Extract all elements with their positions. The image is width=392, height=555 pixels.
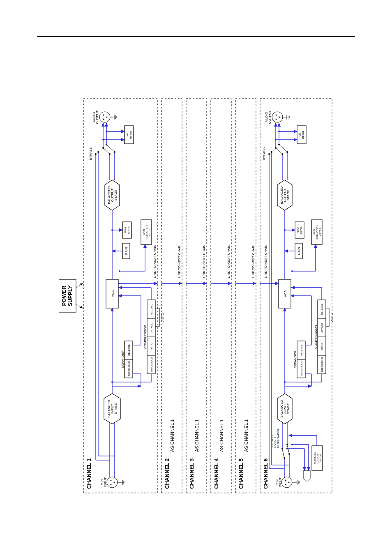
svg-text:THRESHOLD: THRESHOLD bbox=[300, 361, 303, 377]
svg-text:CHANNEL 3: CHANNEL 3 bbox=[189, 458, 195, 489]
svg-marker-169 bbox=[304, 470, 310, 481]
svg-text:EXPANDER: EXPANDER bbox=[293, 350, 297, 368]
svg-text:OUTPUT: OUTPUT bbox=[268, 110, 272, 124]
svg-point-48 bbox=[111, 381, 113, 383]
svg-point-107 bbox=[106, 131, 107, 132]
channel-3: CHANNEL 3 AS CHANNEL 1 LINK TO NEXT CHAI… bbox=[186, 99, 207, 493]
svg-point-237 bbox=[271, 151, 272, 153]
svg-text:REDUCTION: REDUCTION bbox=[316, 225, 318, 240]
svg-point-6 bbox=[107, 477, 118, 488]
svg-text:STAGE: STAGE bbox=[114, 190, 118, 201]
svg-text:PEAK: PEAK bbox=[124, 227, 127, 233]
svg-line-240 bbox=[279, 145, 286, 151]
svg-text:CHANNEL 2: CHANNEL 2 bbox=[164, 458, 170, 489]
svg-text:LINK TO NEXT CHAIN: LINK TO NEXT CHAIN bbox=[264, 244, 267, 278]
svg-text:FILTER SWITCH: FILTER SWITCH bbox=[277, 429, 279, 448]
svg-point-198 bbox=[284, 381, 286, 383]
svg-text:AS CHANNEL 1: AS CHANNEL 1 bbox=[194, 419, 199, 452]
svg-point-132 bbox=[281, 477, 292, 488]
svg-point-244 bbox=[276, 119, 277, 120]
gain-block: GAIN bbox=[112, 243, 130, 259]
svg-text:LINK TO NEXT CHAIN: LINK TO NEXT CHAIN bbox=[178, 244, 181, 278]
svg-text:VCA: VCA bbox=[111, 290, 115, 297]
svg-text:LOCK-UP: LOCK-UP bbox=[316, 453, 319, 464]
svg-text:RELEASE: RELEASE bbox=[300, 344, 303, 356]
svg-point-81 bbox=[95, 153, 97, 155]
svg-text:INPUT: INPUT bbox=[104, 477, 107, 487]
compressor-block: COMPRESSOR THRESHOLD RATIO ATTACK RELEAS… bbox=[111, 288, 164, 383]
svg-line-4 bbox=[76, 283, 83, 288]
svg-point-233 bbox=[268, 153, 270, 155]
vu-metre-block: VU METRE bbox=[102, 126, 134, 144]
svg-point-135 bbox=[288, 482, 290, 483]
svg-line-154 bbox=[287, 445, 289, 454]
svg-point-93 bbox=[103, 115, 104, 116]
svg-text:VU: VU bbox=[299, 133, 301, 136]
expander-block: EXPANDER THRESHOLD RELEASE bbox=[112, 296, 141, 386]
svg-text:THRESHOLD: THRESHOLD bbox=[128, 361, 130, 377]
svg-text:STAGE: STAGE bbox=[286, 190, 290, 201]
svg-point-225 bbox=[291, 270, 293, 272]
svg-text:CHANNEL 5: CHANNEL 5 bbox=[238, 458, 244, 489]
svg-line-150 bbox=[282, 449, 284, 458]
svg-line-88 bbox=[106, 145, 114, 151]
svg-text:OUTPUT: OUTPUT bbox=[95, 110, 99, 124]
svg-text:VCA: VCA bbox=[284, 290, 287, 297]
channel-4: CHANNEL 4 AS CHANNEL 1 LINK TO NEXT CHAI… bbox=[211, 99, 231, 493]
svg-point-133 bbox=[285, 484, 286, 485]
svg-point-92 bbox=[103, 119, 104, 120]
svg-text:FILTER: FILTER bbox=[319, 454, 322, 462]
svg-point-82 bbox=[109, 153, 111, 155]
svg-text:AS CHANNEL 1: AS CHANNEL 1 bbox=[170, 419, 175, 452]
channel-5: CHANNEL 5 AS CHANNEL 1 LINK TO NEXT CHAI… bbox=[235, 99, 256, 493]
svg-text:AUTO: AUTO bbox=[161, 313, 164, 322]
svg-point-243 bbox=[272, 112, 283, 122]
svg-point-85 bbox=[97, 151, 99, 153]
balanced-output-stage: BALANCED OUTPUT STAGE bbox=[105, 180, 120, 210]
svg-text:AUTO: AUTO bbox=[330, 313, 334, 322]
svg-text:LINK TO NEXT CHAIN: LINK TO NEXT CHAIN bbox=[227, 244, 231, 278]
svg-text:SUB BASS: SUB BASS bbox=[314, 452, 316, 464]
svg-point-218 bbox=[284, 229, 286, 231]
svg-line-3 bbox=[76, 304, 83, 308]
channel-6: CHANNEL 6 MIC INPUT SUB BASS LOCK-UP FIL… bbox=[260, 99, 334, 493]
mic-input-connector: MIC INPUT bbox=[100, 477, 125, 488]
svg-text:ATTACK: ATTACK bbox=[150, 323, 153, 333]
svg-point-246 bbox=[279, 117, 280, 118]
svg-text:METRE: METRE bbox=[319, 228, 321, 237]
block-diagram: POWER SUPPLY CHANNEL 1 MIC INPUT bbox=[59, 90, 334, 501]
svg-text:COMPRESSOR: COMPRESSOR bbox=[314, 325, 318, 349]
svg-point-66 bbox=[111, 229, 113, 231]
svg-text:AS CHANNEL 1: AS CHANNEL 1 bbox=[244, 419, 249, 452]
power-supply-block: POWER SUPPLY bbox=[59, 279, 83, 312]
svg-text:INPUT: INPUT bbox=[278, 477, 282, 487]
svg-text:METRE: METRE bbox=[148, 228, 151, 237]
svg-point-245 bbox=[276, 115, 277, 116]
svg-point-9 bbox=[114, 482, 115, 483]
svg-text:LEVEL: LEVEL bbox=[300, 226, 302, 234]
svg-text:RATIO: RATIO bbox=[150, 343, 153, 350]
svg-text:STAGE: STAGE bbox=[286, 403, 290, 415]
svg-text:RELEASE: RELEASE bbox=[150, 304, 153, 315]
svg-point-105 bbox=[102, 139, 104, 140]
vca-block: VCA bbox=[106, 279, 118, 308]
svg-point-7 bbox=[111, 484, 112, 485]
svg-point-8 bbox=[111, 480, 112, 481]
svg-point-91 bbox=[99, 112, 110, 122]
svg-text:POWER: POWER bbox=[61, 286, 67, 306]
channel-2: CHANNEL 2 AS CHANNEL 1 LINK TO NEXT CHAI… bbox=[161, 99, 182, 493]
audio-output-connector: AUDIO OUTPUT bbox=[92, 110, 117, 124]
svg-text:VU: VU bbox=[126, 133, 129, 136]
svg-text:GAIN: GAIN bbox=[125, 247, 128, 255]
svg-text:LINK TO NEXT CHAIN: LINK TO NEXT CHAIN bbox=[202, 244, 206, 278]
svg-text:RELEASE: RELEASE bbox=[128, 344, 130, 356]
svg-text:BYPASS: BYPASS bbox=[89, 147, 92, 160]
svg-text:SUPPLY: SUPPLY bbox=[67, 285, 73, 306]
channel-1: CHANNEL 1 MIC INPUT BALANCED INPUT bbox=[83, 99, 164, 493]
svg-text:GAIN: GAIN bbox=[143, 229, 145, 235]
svg-text:THRESHOLD: THRESHOLD bbox=[150, 357, 153, 373]
svg-point-238 bbox=[286, 151, 288, 153]
svg-text:CHANNEL 4: CHANNEL 4 bbox=[213, 458, 219, 489]
svg-text:GAIN: GAIN bbox=[297, 247, 301, 255]
svg-text:RELEASE: RELEASE bbox=[321, 304, 323, 315]
